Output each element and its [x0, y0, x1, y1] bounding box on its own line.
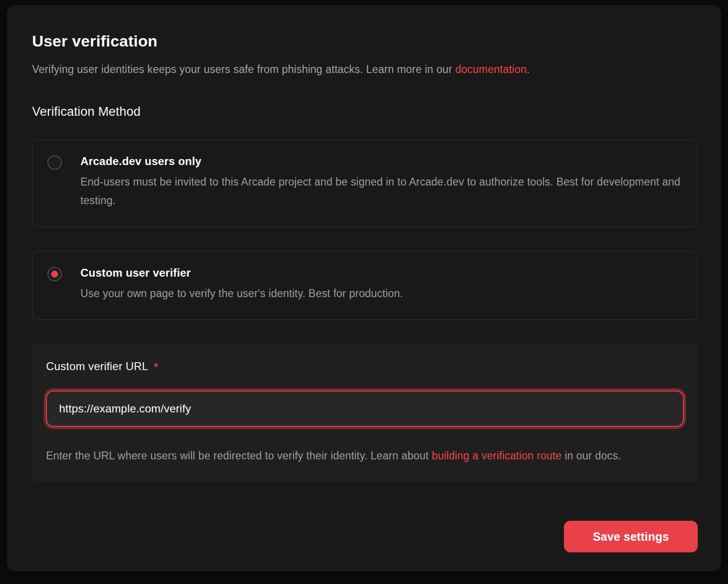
user-verification-card: User verification Verifying user identit…: [7, 6, 721, 571]
option-text: Arcade.dev users only End-users must be …: [80, 155, 682, 210]
option-description: End-users must be invited to this Arcade…: [80, 173, 682, 210]
documentation-link[interactable]: documentation: [455, 63, 526, 75]
option-description: Use your own page to verify the user's i…: [80, 284, 403, 303]
required-asterisk: *: [154, 361, 158, 373]
verification-method-heading: Verification Method: [32, 105, 698, 119]
page-subtitle: Verifying user identities keeps your use…: [32, 63, 698, 76]
radio-arcade-users-only[interactable]: [47, 155, 62, 170]
option-custom-user-verifier[interactable]: Custom user verifier Use your own page t…: [32, 251, 698, 320]
radio-custom-user-verifier[interactable]: [47, 267, 62, 281]
url-help-text: Enter the URL where users will be redire…: [46, 446, 684, 465]
option-text: Custom user verifier Use your own page t…: [80, 266, 403, 303]
page-title: User verification: [32, 32, 698, 50]
verification-route-link[interactable]: building a verification route: [432, 450, 562, 462]
radio-dot: [51, 271, 58, 278]
save-settings-button[interactable]: Save settings: [564, 521, 698, 552]
subtitle-text: Verifying user identities keeps your use…: [32, 63, 455, 75]
url-field-label: Custom verifier URL: [46, 360, 148, 373]
option-label: Custom user verifier: [80, 266, 403, 279]
radio-dot: [51, 159, 58, 166]
custom-verifier-url-panel: Custom verifier URL * Enter the URL wher…: [32, 344, 698, 482]
option-arcade-users-only[interactable]: Arcade.dev users only End-users must be …: [32, 139, 698, 227]
help-text-suffix: in our docs.: [562, 450, 621, 462]
help-text: Enter the URL where users will be redire…: [46, 450, 432, 462]
option-label: Arcade.dev users only: [80, 155, 682, 168]
subtitle-period: .: [527, 63, 530, 75]
footer-actions: Save settings: [32, 521, 698, 552]
custom-verifier-url-input[interactable]: [46, 391, 684, 427]
url-label-row: Custom verifier URL *: [46, 360, 684, 373]
